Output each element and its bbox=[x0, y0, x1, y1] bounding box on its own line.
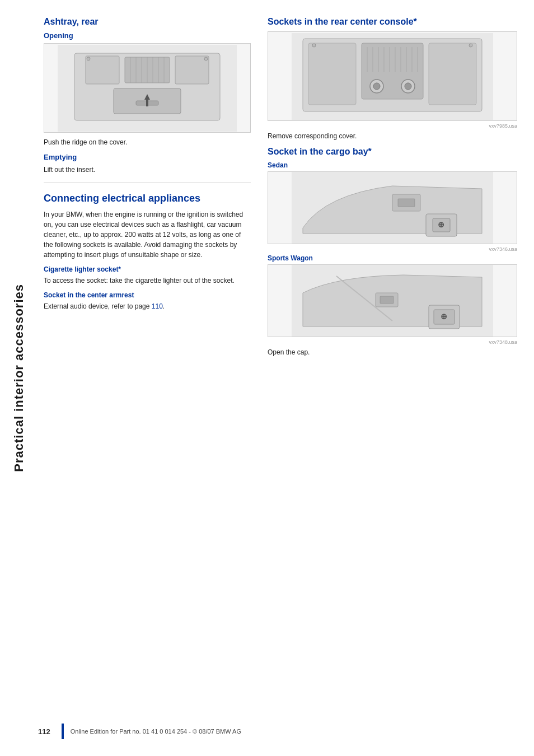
ashtray-diagram bbox=[44, 43, 251, 133]
svg-text:⊕: ⊕ bbox=[441, 312, 447, 321]
svg-rect-51 bbox=[380, 296, 394, 304]
svg-rect-2 bbox=[86, 56, 119, 84]
sports-wagon-diagram: ⊕ bbox=[268, 264, 517, 337]
open-cap-text: Open the cap. bbox=[268, 347, 517, 357]
main-content: Ashtray, rear Opening bbox=[38, 0, 534, 756]
svg-rect-15 bbox=[146, 100, 148, 106]
opening-subtitle: Opening bbox=[44, 31, 251, 40]
ashtray-title: Ashtray, rear bbox=[44, 17, 251, 27]
connecting-section: Connecting electrical appliances In your… bbox=[44, 192, 251, 311]
svg-point-36 bbox=[405, 83, 411, 90]
footer: 112 Online Edition for Part no. 01 41 0 … bbox=[38, 724, 534, 739]
svg-rect-21 bbox=[429, 43, 476, 105]
page-link-110[interactable]: 110 bbox=[152, 302, 163, 310]
section-divider bbox=[44, 183, 251, 183]
svg-point-38 bbox=[469, 44, 472, 47]
center-armrest-subtitle: Socket in the center armrest bbox=[44, 291, 251, 299]
sedan-subtitle: Sedan bbox=[268, 161, 517, 169]
emptying-text: Lift out the insert. bbox=[44, 165, 251, 175]
right-column: Sockets in the rear center console* bbox=[268, 17, 517, 739]
svg-text:⊕: ⊕ bbox=[438, 220, 444, 229]
img-code-3: vxv7348.usa bbox=[268, 339, 517, 345]
connecting-title: Connecting electrical appliances bbox=[44, 192, 251, 205]
svg-point-34 bbox=[373, 83, 380, 90]
cargo-bay-title: Socket in the cargo bay* bbox=[268, 147, 517, 157]
two-column-layout: Ashtray, rear Opening bbox=[44, 17, 517, 739]
sidebar: Practical interior accessories bbox=[0, 0, 38, 756]
connecting-body: In your BMW, when the engine is running … bbox=[44, 209, 251, 260]
svg-rect-20 bbox=[308, 43, 356, 105]
svg-point-16 bbox=[87, 57, 90, 60]
svg-rect-3 bbox=[175, 56, 209, 84]
page-number: 112 bbox=[38, 727, 50, 736]
svg-point-17 bbox=[204, 57, 208, 60]
opening-text: Push the ridge on the cover. bbox=[44, 137, 251, 147]
sports-wagon-subtitle: Sports Wagon bbox=[268, 254, 517, 262]
svg-rect-44 bbox=[398, 199, 415, 207]
cigarette-subtitle: Cigarette lighter socket* bbox=[44, 265, 251, 273]
footer-line bbox=[62, 724, 64, 739]
svg-point-37 bbox=[312, 44, 316, 47]
sidebar-label: Practical interior accessories bbox=[12, 284, 26, 472]
center-armrest-text: External audio device, refer to page 110… bbox=[44, 301, 251, 311]
rear-console-caption: Remove corresponding cover. bbox=[268, 131, 517, 141]
img-code-1: vxv7985.usa bbox=[268, 123, 517, 129]
page-container: Practical interior accessories Ashtray, … bbox=[0, 0, 534, 756]
rear-console-title: Sockets in the rear center console* bbox=[268, 17, 517, 27]
svg-rect-22 bbox=[362, 43, 423, 99]
sedan-diagram: ⊕ bbox=[268, 171, 517, 244]
copyright-text: Online Edition for Part no. 01 41 0 014 … bbox=[71, 728, 241, 735]
cigarette-text: To access the socket: take the cigarette… bbox=[44, 276, 251, 286]
emptying-subtitle: Emptying bbox=[44, 153, 251, 161]
left-column: Ashtray, rear Opening bbox=[44, 17, 251, 739]
rear-console-diagram bbox=[268, 31, 517, 121]
img-code-2: vxv7346.usa bbox=[268, 246, 517, 252]
